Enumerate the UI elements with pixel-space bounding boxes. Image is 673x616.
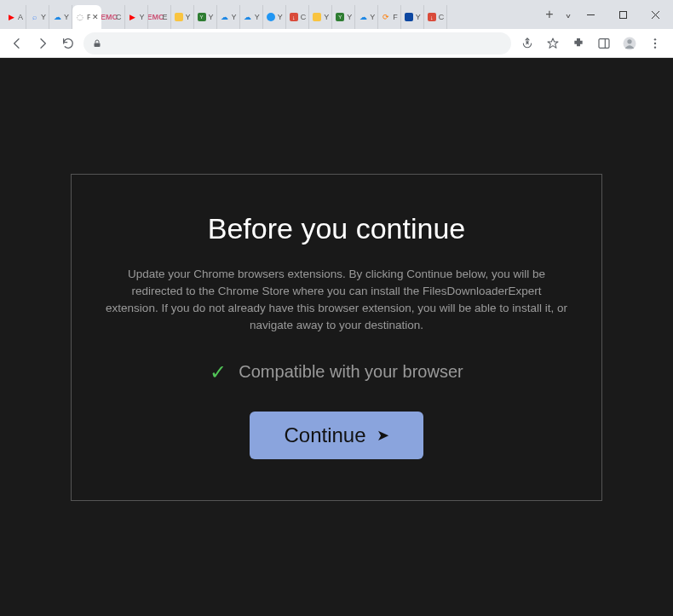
new-tab-button[interactable]: + [540, 5, 559, 24]
profile-avatar-icon[interactable] [618, 33, 641, 54]
tab-label: Y [347, 13, 352, 21]
tab-label: Y [255, 13, 260, 21]
minimize-button[interactable] [578, 3, 603, 26]
svg-point-8 [627, 39, 631, 43]
close-window-button[interactable] [642, 3, 668, 26]
arrow-right-icon: ➤ [377, 426, 389, 445]
tab-strip: ▶A⌕Y☁Y◌Fi✕EMCC▶YEMCEYYY☁Y☁YY↓CYYY☁Y⟳FY↓C [0, 0, 538, 29]
tab-label: Y [232, 13, 237, 21]
tab[interactable]: Y [401, 5, 424, 29]
maximize-button[interactable] [610, 3, 636, 26]
address-bar[interactable] [83, 32, 511, 55]
continue-button[interactable]: Continue ➤ [250, 412, 423, 459]
tab-label: Y [370, 13, 375, 21]
tab-overflow-chevron[interactable]: ˅ [559, 13, 578, 29]
tab[interactable]: YY [332, 5, 355, 29]
tab-label: Y [41, 13, 46, 21]
tab[interactable]: EMCE [148, 5, 171, 29]
tab-label: F [393, 13, 398, 21]
compatible-row: ✓ Compatible with your browser [104, 360, 569, 384]
svg-point-11 [654, 46, 656, 48]
dialog-body-text: Update your Chrome browsers extensions. … [104, 266, 569, 335]
tab-label: Y [324, 13, 329, 21]
reload-button[interactable] [58, 33, 78, 54]
tab[interactable]: ⟳F [378, 5, 401, 29]
checkmark-icon: ✓ [210, 360, 227, 384]
tab[interactable]: ⌕Y [26, 5, 49, 29]
compatible-label: Compatible with your browser [239, 362, 463, 382]
tab[interactable]: ▶A [3, 5, 26, 29]
browser-window: ▶A⌕Y☁Y◌Fi✕EMCC▶YEMCEYYY☁Y☁YY↓CYYY☁Y⟳FY↓C… [0, 0, 673, 616]
tab[interactable]: ◌Fi✕ [72, 5, 101, 29]
window-controls [578, 0, 673, 29]
tab[interactable]: Y [263, 5, 286, 29]
tab-label: Fi [87, 13, 90, 21]
dialog-title: Before you continue [104, 212, 569, 245]
svg-rect-4 [95, 43, 101, 47]
continue-button-label: Continue [284, 423, 365, 447]
tab-label: Y [278, 13, 283, 21]
tab-label: Y [416, 13, 421, 21]
tab-label: E [163, 13, 168, 21]
side-panel-icon[interactable] [593, 33, 615, 54]
lock-icon [92, 38, 102, 49]
tab[interactable]: ↓C [286, 5, 310, 29]
tab-label: Y [209, 13, 214, 21]
page-content: Before you continue Update your Chrome b… [0, 58, 673, 616]
tab[interactable]: ☁Y [217, 5, 240, 29]
tab-label: A [18, 13, 23, 21]
kebab-menu-icon[interactable] [644, 33, 666, 54]
tab-label: C [439, 13, 445, 21]
svg-rect-1 [619, 11, 626, 18]
extensions-icon[interactable] [567, 33, 590, 54]
continue-dialog: Before you continue Update your Chrome b… [71, 174, 602, 501]
tab[interactable]: EMCC [101, 5, 125, 29]
tab[interactable]: ☁Y [355, 5, 378, 29]
toolbar [0, 29, 673, 58]
tab[interactable]: ▶Y [125, 5, 148, 29]
forward-button[interactable] [32, 33, 53, 54]
title-bar: ▶A⌕Y☁Y◌Fi✕EMCC▶YEMCEYYY☁Y☁YY↓CYYY☁Y⟳FY↓C… [0, 0, 673, 29]
tab-label: Y [64, 13, 69, 21]
tab[interactable]: Y [309, 5, 332, 29]
toolbar-right [516, 33, 666, 54]
svg-point-10 [654, 42, 656, 43]
tab[interactable]: ☁Y [240, 5, 263, 29]
bookmark-star-icon[interactable] [542, 33, 564, 54]
close-tab-icon[interactable]: ✕ [92, 13, 99, 21]
tab-label: C [116, 13, 122, 21]
tab[interactable]: Y [171, 5, 194, 29]
tab[interactable]: ↓C [424, 5, 448, 29]
share-icon[interactable] [516, 33, 538, 54]
tab[interactable]: YY [194, 5, 217, 29]
tab-label: Y [186, 13, 191, 21]
back-button[interactable] [7, 33, 27, 54]
svg-point-9 [654, 38, 656, 40]
tab-label: C [301, 13, 307, 21]
tab[interactable]: ☁Y [49, 5, 72, 29]
tab-label: Y [140, 13, 145, 21]
svg-rect-5 [599, 38, 609, 48]
